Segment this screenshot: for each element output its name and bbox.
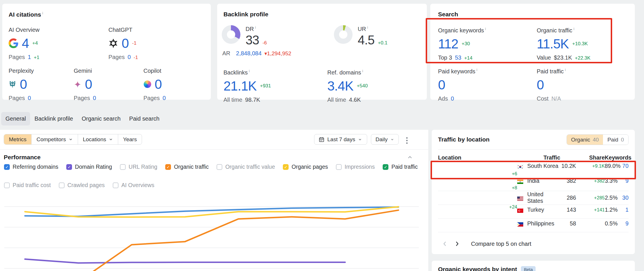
metric-checkbox-row-2: Paid traffic cost Crawled pages AI Overv…	[4, 182, 154, 188]
performance-line-chart[interactable]	[0, 191, 428, 271]
date-range-button[interactable]: Last 7 days	[314, 134, 367, 145]
metric-checkbox-row-1: ✓Referring domains ✓Domain Rating URL Ra…	[4, 164, 418, 170]
beta-badge: Beta	[521, 266, 536, 271]
table-row-india[interactable]: India 382 +382 3.3% 9 +8	[438, 177, 629, 191]
checkbox-paid-traffic[interactable]: ✓Paid traffic	[383, 164, 418, 170]
years-filter-button[interactable]: Years	[118, 134, 142, 144]
paid-traffic-metric: Paid traffici 0 CostN/A	[537, 68, 566, 102]
info-icon[interactable]: i	[42, 11, 43, 15]
checkbox-crawled-pages[interactable]: Crawled pages	[59, 182, 105, 188]
performance-title: Performance	[4, 154, 40, 161]
copilot-icon	[143, 80, 151, 88]
ahrefs-rank-row: AR 2,848,084 ▾1,294,952	[222, 50, 291, 57]
dashboard-page: AI citationsi AI Overview 4 +4 Pages1+1 …	[0, 0, 644, 271]
checkbox-box	[336, 164, 342, 170]
annotation-box-south-korea-row	[431, 161, 636, 179]
url-rating-block: URi 4.5+0.1	[334, 25, 388, 47]
paid-traffic-value[interactable]: 0	[537, 77, 544, 93]
checkbox-box	[59, 182, 65, 188]
pages-value[interactable]: 0	[163, 95, 166, 101]
prev-page-icon[interactable]	[442, 240, 448, 248]
checkbox-organic-pages[interactable]: ✓Organic pages	[283, 164, 328, 170]
checkbox-organic-traffic[interactable]: ✓Organic traffic	[165, 164, 209, 170]
chevron-down-icon	[390, 138, 394, 142]
google-icon	[9, 38, 18, 48]
chevron-down-icon	[69, 137, 73, 142]
checkbox-domain-rating[interactable]: ✓Domain Rating	[66, 164, 112, 170]
more-options-menu-icon[interactable]	[404, 136, 409, 146]
copilot-value: 0	[155, 76, 162, 92]
ai-overview-delta: +4	[32, 40, 38, 46]
ar-value[interactable]: 2,848,084	[236, 50, 262, 57]
checkbox-referring-domains[interactable]: ✓Referring domains	[4, 164, 58, 170]
keywords-link[interactable]: 1	[618, 207, 629, 213]
ai-overview-metric: AI Overview 4 +4 Pages1+1	[9, 27, 40, 60]
tab-backlink-profile[interactable]: Backlink profile	[30, 112, 77, 125]
chatgpt-value: 0	[122, 36, 129, 51]
granularity-button[interactable]: Daily	[371, 134, 399, 145]
tab-organic-search[interactable]: Organic search	[77, 112, 125, 125]
ref-domains-value[interactable]: 3.4K	[327, 78, 353, 94]
competitors-filter-button[interactable]: Competitors	[32, 134, 78, 144]
info-icon[interactable]: i	[565, 68, 566, 72]
performance-panel: Metrics Competitors Locations Years Last…	[0, 130, 428, 271]
info-icon[interactable]: i	[255, 25, 256, 30]
keywords-link[interactable]: 9	[618, 220, 629, 227]
locations-filter-button[interactable]: Locations	[78, 134, 118, 144]
info-icon[interactable]: i	[249, 69, 250, 73]
india-flag-icon	[517, 179, 523, 183]
search-title: Search	[438, 11, 458, 18]
checkbox-url-rating[interactable]: URL Rating	[120, 164, 157, 170]
chatgpt-metric: ChatGPT 0 -1 Pages0-1	[108, 27, 138, 60]
keywords-link[interactable]: 30	[618, 195, 629, 201]
ar-delta: ▾1,294,952	[264, 50, 291, 57]
checkbox-box: ✓	[165, 164, 171, 170]
ur-label: URi	[358, 25, 388, 32]
checkbox-box	[4, 182, 10, 188]
checkbox-paid-traffic-cost[interactable]: Paid traffic cost	[4, 182, 51, 188]
tab-general[interactable]: General	[1, 112, 30, 125]
table-row-philippines[interactable]: Philippines 58 0.5% 9	[438, 219, 629, 232]
paid-keywords-value[interactable]: 0	[438, 77, 445, 93]
backlinks-metric: Backlinksi 21.1K+931 All time98.7K	[223, 69, 271, 103]
filter-segmented-control: Metrics Competitors Locations Years	[4, 134, 142, 145]
checkbox-box: ✓	[283, 164, 289, 170]
metrics-filter-button[interactable]: Metrics	[4, 134, 32, 144]
paid-toggle-button[interactable]: Paid0	[603, 135, 628, 145]
organic-toggle-button[interactable]: Organic40	[567, 135, 603, 145]
tab-paid-search[interactable]: Paid search	[125, 112, 164, 125]
table-row-united-states[interactable]: United States 286 +285 2.5% 30 +24	[438, 191, 629, 205]
dr-label: DRi	[246, 25, 267, 32]
checkbox-box: ✓	[383, 164, 388, 170]
organic-paid-toggle: Organic40 Paid0	[567, 134, 629, 145]
next-page-icon[interactable]	[454, 240, 460, 248]
ur-value: 4.5	[358, 33, 374, 47]
checkbox-box	[120, 164, 126, 170]
info-icon[interactable]: i	[362, 69, 363, 73]
copilot-metric: Copilot 0 Pages0	[143, 68, 166, 101]
checkbox-ai-overviews[interactable]: AI Overviews	[113, 182, 154, 188]
ai-overview-value: 4	[22, 36, 29, 51]
pages-value[interactable]: 1	[28, 54, 31, 60]
ai-citations-title: AI citationsi	[9, 11, 43, 18]
gemini-metric: Gemini 0 Pages0	[74, 68, 96, 101]
pages-value[interactable]: 0	[28, 95, 31, 101]
perplexity-metric: Perplexity 0 Pages0	[9, 68, 34, 101]
chatgpt-icon	[108, 38, 118, 48]
triangle-down-icon: ▾	[264, 51, 267, 56]
collapse-chevron-icon[interactable]	[407, 154, 413, 162]
backlinks-value[interactable]: 21.1K	[223, 78, 256, 94]
checkbox-organic-traffic-value[interactable]: Organic traffic value	[217, 164, 275, 170]
pages-value[interactable]: 0	[128, 54, 131, 60]
checkbox-impressions[interactable]: Impressions	[336, 164, 375, 170]
ur-donut-chart	[334, 25, 353, 44]
checkbox-box	[113, 182, 118, 188]
perplexity-icon	[9, 80, 16, 88]
compare-top5-link[interactable]: Compare top 5 on chart	[471, 241, 531, 247]
info-icon[interactable]: i	[367, 25, 368, 30]
philippines-flag-icon	[517, 221, 523, 226]
dr-value: 33	[246, 33, 259, 47]
info-icon[interactable]: i	[476, 68, 477, 72]
pages-value[interactable]: 0	[93, 95, 96, 101]
ai-citations-card: AI citationsi AI Overview 4 +4 Pages1+1 …	[2, 4, 211, 100]
